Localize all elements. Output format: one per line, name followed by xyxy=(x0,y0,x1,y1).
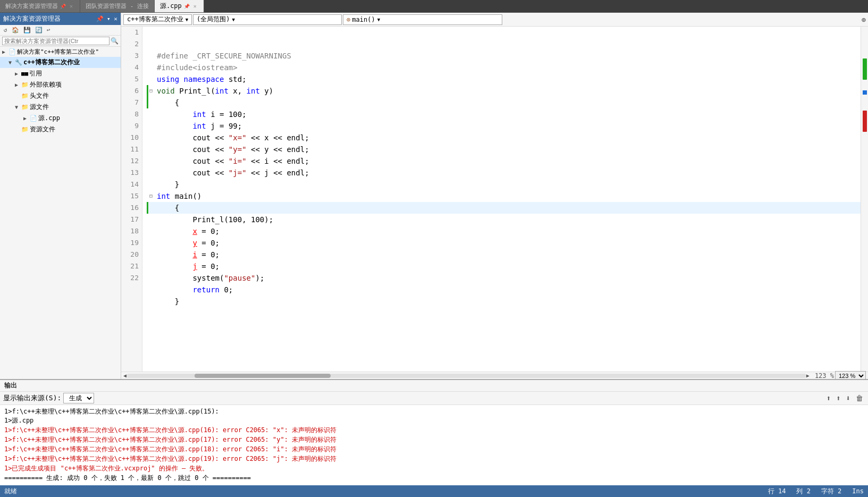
line-green-bar-14 xyxy=(147,202,148,214)
code-line-8[interactable]: cout << "x=" << x << endl; xyxy=(147,132,861,144)
h-scroll-thumb[interactable] xyxy=(195,374,331,378)
code-line-12[interactable]: } xyxy=(147,179,861,190)
tree-expand-source-files[interactable]: ▼ xyxy=(15,104,21,110)
code-line-17[interactable]: y = 0; xyxy=(147,237,861,249)
line-green-bar-4 xyxy=(147,85,148,97)
line-gutter-16 xyxy=(149,225,157,237)
tree-item-source-files[interactable]: ▼ 📁 源文件 xyxy=(0,102,121,113)
tree-expand-references[interactable]: ▶ xyxy=(15,71,21,77)
code-text-9: cout << "y=" << y << endl; xyxy=(157,144,309,155)
main-layout: 解决方案资源管理器 📌 ▾ ✕ ↺ 🏠 💾 🔄 ↩ 🔍 ▶ 📄 解决方案"c++… xyxy=(0,13,868,379)
code-line-13[interactable]: ⊟int main() xyxy=(147,190,861,202)
output-content: 1>f:\c++未整理\c++博客第二次作业\c++博客第二次作业\源.cpp(… xyxy=(0,405,868,485)
code-editor[interactable]: 12345678910111213141516171819202122 #def… xyxy=(121,27,861,372)
line-green-bar-5 xyxy=(147,97,148,108)
code-content[interactable]: #define _CRT_SECURE_NOWARNINGS #include<… xyxy=(142,27,861,372)
code-line-5[interactable]: { xyxy=(147,97,861,108)
tree-expand-project[interactable]: ▼ xyxy=(9,60,15,65)
tree-expand-solution[interactable]: ▶ xyxy=(2,49,9,55)
search-icon[interactable]: 🔍 xyxy=(111,37,119,45)
tab-source-close-icon[interactable]: ✕ xyxy=(192,3,198,10)
output-toolbar-down[interactable]: ⬇ xyxy=(845,393,852,403)
toolbar-home-btn[interactable]: 🏠 xyxy=(10,26,21,34)
output-toolbar-up2[interactable]: ⬆ xyxy=(835,393,842,403)
tab-close-icon[interactable]: ✕ xyxy=(68,3,74,10)
toolbar-save-btn[interactable]: 💾 xyxy=(22,26,32,34)
line-green-bar-10 xyxy=(147,155,148,167)
line-gutter-7 xyxy=(149,120,157,132)
line-gutter-10 xyxy=(149,155,157,167)
tree-item-source-cpp[interactable]: ▶ 📄 源.cpp xyxy=(0,113,121,124)
code-line-6[interactable]: int i = 100; xyxy=(147,108,861,120)
code-line-10[interactable]: cout << "i=" << i << endl; xyxy=(147,155,861,167)
tab-pin-icon2[interactable]: 📌 xyxy=(184,4,190,9)
tree-item-project[interactable]: ▼ 🔧 c++博客第二次作业 xyxy=(0,57,121,68)
line-number-21: 21 xyxy=(124,260,139,272)
code-line-19[interactable]: j = 0; xyxy=(147,260,861,272)
line-green-bar-1 xyxy=(147,50,148,62)
tab-solution-explorer[interactable]: 解决方案资源管理器 📌 ✕ xyxy=(0,0,80,12)
tree-label-external: 外部依赖项 xyxy=(30,80,62,89)
output-source-dropdown[interactable]: 生成 xyxy=(63,393,94,403)
code-line-11[interactable]: cout << "j=" << j << endl; xyxy=(147,167,861,179)
code-line-7[interactable]: int j = 99; xyxy=(147,120,861,132)
line-gutter-4[interactable]: ⊟ xyxy=(149,85,157,97)
code-text-11: cout << "j=" << j << endl; xyxy=(157,167,309,179)
line-green-bar-13 xyxy=(147,190,148,202)
zoom-control: 123 % 100 % 123 % 150 % xyxy=(815,371,866,380)
tree-expand-source-cpp[interactable]: ▶ xyxy=(23,115,30,121)
scroll-indicator xyxy=(861,27,868,372)
code-text-10: cout << "i=" << i << endl; xyxy=(157,155,309,167)
code-line-16[interactable]: x = 0; xyxy=(147,225,861,237)
sidebar-tree: ▶ 📄 解决方案"c++博客第二次作业" ▼ 🔧 c++博客第二次作业 ▶ ■■… xyxy=(0,47,121,379)
tree-item-solution[interactable]: ▶ 📄 解决方案"c++博客第二次作业" xyxy=(0,47,121,57)
tree-expand-external[interactable]: ▶ xyxy=(15,82,21,88)
toolbar-undo-btn[interactable]: ↩ xyxy=(45,26,52,34)
code-line-18[interactable]: i = 0; xyxy=(147,249,861,260)
output-toolbar-up1[interactable]: ⬆ xyxy=(825,393,832,403)
code-text-8: cout << "x=" << x << endl; xyxy=(157,132,309,144)
code-line-4[interactable]: ⊟void Print_l(int x, int y) xyxy=(147,85,861,97)
code-line-20[interactable]: system("pause"); xyxy=(147,272,861,284)
line-gutter-9 xyxy=(149,144,157,155)
code-line-22[interactable]: } xyxy=(147,296,861,307)
search-input[interactable] xyxy=(2,37,109,45)
line-gutter-17 xyxy=(149,237,157,249)
code-line-2[interactable]: #include<iostream> xyxy=(147,62,861,73)
code-line-21[interactable]: return 0; xyxy=(147,284,861,296)
h-scrollbar[interactable]: ◀ ▶ 123 % 100 % 123 % 150 % xyxy=(121,372,868,379)
code-line-15[interactable]: Print_l(100, 100); xyxy=(147,214,861,225)
collapse-all-btn[interactable]: ⊕ xyxy=(862,15,866,24)
zoom-dropdown[interactable]: 100 % 123 % 150 % xyxy=(835,371,866,380)
symbol-dropdown[interactable]: ⊙ main() ▼ xyxy=(343,14,502,25)
editor-area: c++博客第二次作业 ▼ (全局范围) ▼ ⊙ main() ▼ ⊕ 12345… xyxy=(121,13,868,379)
tab-team-explorer[interactable]: 团队资源管理器 - 连接 xyxy=(80,0,155,12)
file-dropdown[interactable]: c++博客第二次作业 ▼ xyxy=(123,14,192,25)
code-line-9[interactable]: cout << "y=" << y << endl; xyxy=(147,144,861,155)
line-gutter-15 xyxy=(149,214,157,225)
toolbar-refresh-btn[interactable]: 🔄 xyxy=(33,26,44,34)
code-line-14[interactable]: { xyxy=(147,202,861,214)
tree-item-external-deps[interactable]: ▶ 📁 外部依赖项 xyxy=(0,79,121,90)
sidebar-pin-icon[interactable]: 📌 ▾ ✕ xyxy=(96,15,118,22)
scope-dropdown[interactable]: (全局范围) ▼ xyxy=(193,14,342,25)
scroll-right-btn[interactable]: ▶ xyxy=(806,373,810,378)
line-green-bar-17 xyxy=(147,237,148,249)
code-text-17: y = 0; xyxy=(157,237,220,249)
status-bar: 就绪 行 14 列 2 字符 2 Ins xyxy=(0,485,868,497)
code-text-7: int j = 99; xyxy=(157,120,242,132)
tree-item-headers[interactable]: 📁 头文件 xyxy=(0,90,121,102)
code-line-1[interactable]: #define _CRT_SECURE_NOWARNINGS xyxy=(147,50,861,62)
output-line-1: 1>f:\c++未整理\c++博客第二次作业\c++博客第二次作业\源.cpp(… xyxy=(4,435,864,444)
line-gutter-13[interactable]: ⊟ xyxy=(149,190,157,202)
h-scroll-track[interactable] xyxy=(127,374,806,378)
tree-item-resource-files[interactable]: 📁 资源文件 xyxy=(0,124,121,135)
tab-source-cpp[interactable]: 源.cpp 📌 ✕ xyxy=(155,0,204,12)
scope-dropdown-label: (全局范围) xyxy=(197,15,230,24)
output-toolbar-clear[interactable]: 🗑 xyxy=(854,393,865,403)
tree-item-references[interactable]: ▶ ■■ 引用 xyxy=(0,68,121,79)
toolbar-sync-btn[interactable]: ↺ xyxy=(2,26,9,34)
code-line-3[interactable]: using namespace std; xyxy=(147,73,861,85)
scroll-blue-mark xyxy=(863,90,867,95)
line-gutter-1 xyxy=(149,50,157,62)
